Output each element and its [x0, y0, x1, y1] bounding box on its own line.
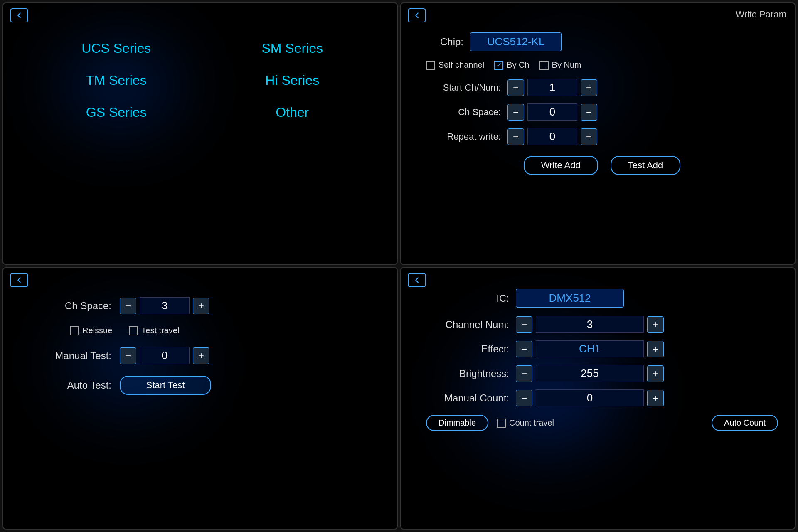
manual-count-value: 0: [536, 389, 644, 406]
self-channel-checkbox[interactable]: [426, 61, 435, 70]
ic-label: IC:: [426, 293, 509, 304]
back-button-tl[interactable]: [10, 8, 28, 22]
chip-value: UCS512-KL: [470, 32, 562, 51]
self-channel-label: Self channel: [438, 60, 484, 70]
channel-num-label: Channel Num:: [426, 319, 509, 330]
series-grid: UCS Series SM Series TM Series Hi Series…: [3, 3, 397, 141]
count-travel-item: Count travel: [497, 418, 554, 428]
manual-test-minus[interactable]: −: [120, 347, 136, 364]
write-param-title: Write Param: [736, 9, 786, 20]
brightness-minus[interactable]: −: [516, 365, 532, 382]
brightness-label: Brightness:: [426, 368, 509, 379]
manual-test-label: Manual Test:: [28, 350, 111, 362]
chip-label: Chip:: [426, 36, 463, 48]
ch-space-row-bl: Ch Space: − 3 +: [28, 297, 380, 314]
repeat-write-plus[interactable]: +: [581, 128, 597, 145]
auto-test-label: Auto Test:: [28, 379, 111, 391]
ic-value: DMX512: [516, 289, 624, 308]
ch-space-row-tr: Ch Space: − 0 +: [426, 103, 778, 121]
effect-row: Effect: − CH1 +: [426, 340, 778, 357]
bottom-action-row: Dimmable Count travel Auto Count: [426, 415, 778, 431]
back-button-bl[interactable]: [10, 273, 28, 287]
panel-series-menu: UCS Series SM Series TM Series Hi Series…: [2, 2, 398, 265]
ucs-series-item[interactable]: UCS Series: [37, 37, 196, 60]
start-ch-num-value: 1: [527, 79, 577, 96]
ch-space-label-tr: Ch Space:: [426, 107, 501, 118]
back-button-tr[interactable]: [408, 8, 426, 22]
effect-value: CH1: [536, 340, 644, 357]
repeat-write-row: Repeat write: − 0 +: [426, 128, 778, 145]
ch-space-minus-bl[interactable]: −: [120, 298, 136, 314]
auto-count-button[interactable]: Auto Count: [712, 415, 778, 431]
ch-space-value-tr: 0: [527, 103, 577, 121]
panel-write-param: Write Param Chip: UCS512-KL Self channel…: [400, 2, 796, 265]
manual-count-label: Manual Count:: [426, 392, 509, 404]
reissue-label: Reissue: [82, 326, 112, 335]
ch-space-value-bl: 3: [140, 297, 190, 314]
by-ch-label: By Ch: [507, 60, 529, 70]
other-item[interactable]: Other: [213, 101, 372, 124]
manual-test-row: Manual Test: − 0 +: [28, 347, 380, 364]
by-ch-checkbox[interactable]: ✓: [494, 61, 503, 70]
ch-space-plus-tr[interactable]: +: [581, 104, 597, 121]
brightness-value: 255: [536, 365, 644, 382]
start-test-button[interactable]: Start Test: [120, 376, 211, 395]
repeat-write-minus[interactable]: −: [507, 128, 524, 145]
start-ch-num-minus[interactable]: −: [507, 79, 524, 96]
by-num-label: By Num: [552, 60, 581, 70]
repeat-write-label: Repeat write:: [426, 131, 501, 142]
effect-label: Effect:: [426, 343, 509, 355]
channel-num-value: 3: [536, 316, 644, 333]
dimmable-button[interactable]: Dimmable: [426, 415, 488, 431]
ch-space-label-bl: Ch Space:: [28, 300, 111, 312]
test-form: Ch Space: − 3 + Reissue Test travel Manu…: [3, 268, 397, 403]
panel-test: Ch Space: − 3 + Reissue Test travel Manu…: [2, 267, 398, 530]
sm-series-item[interactable]: SM Series: [213, 37, 372, 60]
write-add-button[interactable]: Write Add: [524, 156, 598, 175]
panel-ic-dmx: IC: DMX512 Channel Num: − 3 + Effect: − …: [400, 267, 796, 530]
gs-series-item[interactable]: GS Series: [37, 101, 196, 124]
param-form: Chip: UCS512-KL Self channel ✓ By Ch By …: [401, 3, 795, 183]
back-button-br[interactable]: [408, 273, 426, 287]
action-row-tr: Write Add Test Add: [426, 156, 778, 175]
self-channel-checkbox-item: Self channel: [426, 60, 484, 70]
manual-count-row: Manual Count: − 0 +: [426, 389, 778, 406]
effect-plus[interactable]: +: [647, 341, 664, 357]
ic-form: IC: DMX512 Channel Num: − 3 + Effect: − …: [401, 268, 795, 439]
brightness-plus[interactable]: +: [647, 365, 664, 382]
ch-space-minus-tr[interactable]: −: [507, 104, 524, 121]
manual-test-plus[interactable]: +: [193, 347, 209, 364]
start-ch-num-label: Start Ch/Num:: [426, 82, 501, 93]
test-checkbox-row: Reissue Test travel: [28, 326, 380, 335]
test-add-button[interactable]: Test Add: [611, 156, 680, 175]
channel-num-minus[interactable]: −: [516, 316, 532, 333]
tm-series-item[interactable]: TM Series: [37, 69, 196, 92]
auto-test-row: Auto Test: Start Test: [28, 376, 380, 395]
count-travel-checkbox[interactable]: [497, 419, 506, 428]
channel-num-plus[interactable]: +: [647, 316, 664, 333]
reissue-checkbox[interactable]: [70, 326, 79, 335]
checkbox-row: Self channel ✓ By Ch By Num: [426, 60, 778, 70]
reissue-checkbox-item: Reissue: [70, 326, 112, 335]
brightness-row: Brightness: − 255 +: [426, 365, 778, 382]
chip-row: Chip: UCS512-KL: [426, 32, 778, 51]
channel-num-row: Channel Num: − 3 +: [426, 316, 778, 333]
start-ch-num-plus[interactable]: +: [581, 79, 597, 96]
test-travel-checkbox[interactable]: [129, 326, 138, 335]
hi-series-item[interactable]: Hi Series: [213, 69, 372, 92]
count-travel-label: Count travel: [509, 418, 554, 428]
manual-count-plus[interactable]: +: [647, 390, 664, 406]
ic-chip-row: IC: DMX512: [426, 289, 778, 308]
ch-space-plus-bl[interactable]: +: [193, 298, 209, 314]
by-num-checkbox[interactable]: [539, 61, 549, 70]
manual-count-minus[interactable]: −: [516, 390, 532, 406]
test-travel-checkbox-item: Test travel: [129, 326, 179, 335]
repeat-write-value: 0: [527, 128, 577, 145]
start-ch-num-row: Start Ch/Num: − 1 +: [426, 79, 778, 96]
by-num-checkbox-item: By Num: [539, 60, 581, 70]
manual-test-value: 0: [140, 347, 190, 364]
by-ch-checkmark: ✓: [496, 61, 502, 69]
effect-minus[interactable]: −: [516, 341, 532, 357]
by-ch-checkbox-item: ✓ By Ch: [494, 60, 529, 70]
test-travel-label: Test travel: [141, 326, 179, 335]
